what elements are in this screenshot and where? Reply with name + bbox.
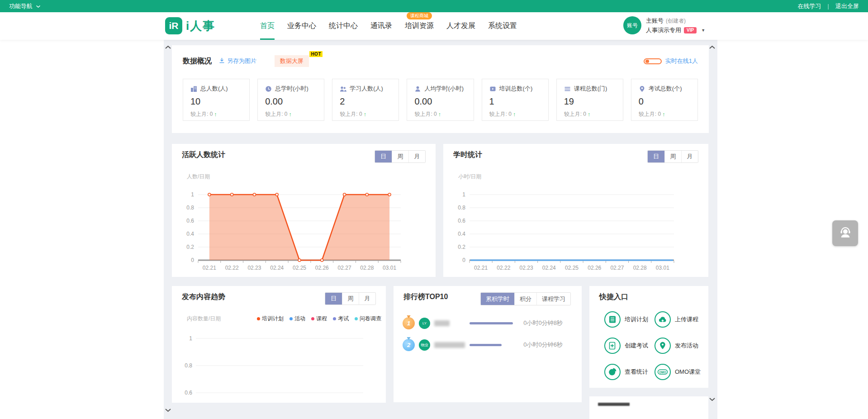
stat-value: 19 [564,96,616,107]
stat-label: 总学时(小时) [275,85,308,93]
quick-entry-label: 上传课程 [675,315,698,324]
ranking-row: 2物业0小时0分钟6秒 [403,334,575,356]
svg-text:0.4: 0.4 [186,231,194,237]
medal-rank-2-icon: 2 [403,339,415,351]
nav-item-label: 人才发展 [446,21,475,31]
stat-label: 人均学时(小时) [424,85,464,93]
scroll-down-indicator-left[interactable] [165,408,171,412]
study-hours-chart-panel: 学时统计 日周月 小时/日期 00.20.40.60.8102.2102.220… [443,144,708,277]
svg-text:1: 1 [189,335,192,342]
stat-card: 培训总数(个)1较上月: 0↑ [482,79,549,121]
stat-card-header: 人均学时(小时) [414,85,466,93]
active-users-chart: 00.20.40.60.8102.2102.2202.2302.2402.250… [172,144,436,277]
exit-fullscreen-link[interactable]: 退出全屏 [835,2,859,10]
stat-compare: 较上月: 0↑ [414,110,466,118]
quick-entry-上传课程[interactable]: 上传课程 [655,311,705,328]
quick-entry-创建考试[interactable]: 创建考试 [604,338,655,354]
scroll-down-indicator-right[interactable] [709,397,716,401]
realtime-online-label: 实时在线1人 [665,57,698,65]
stat-label: 课程总数(门) [574,85,607,93]
stat-cards: 总人数(人)10较上月: 0↑总学时(小时)0.00较上月: 0↑学习人数(人)… [183,79,698,121]
function-nav-menu[interactable]: 功能导航 [9,2,41,10]
member-avatar: LY [419,318,430,329]
content-trend-chart: 10.80.6 [172,286,386,403]
svg-text:0.8: 0.8 [186,205,194,211]
list-icon [564,86,571,92]
account-org: 人事演示专用 [646,26,681,34]
nav-item-业务中心[interactable]: 业务中心 [287,12,316,40]
svg-text:0.6: 0.6 [185,390,192,396]
duration-value: 0小时0分钟6秒 [523,341,575,349]
duration-bar-track [470,322,519,324]
quick-entry-培训计划[interactable]: 培训计划 [604,311,655,328]
quick-entry-发布活动[interactable]: 发布活动 [655,338,705,354]
svg-text:1: 1 [191,191,194,198]
compare-label: 较上月: 0 [564,110,586,118]
pin-icon [639,86,645,92]
nav-item-label: 培训资源 [405,21,434,31]
vip-badge: VIP [684,27,697,33]
download-icon [219,57,225,65]
stat-value: 10 [190,96,242,107]
nav-item-统计中心[interactable]: 统计中心 [329,12,358,40]
ranking-tab-课程学习[interactable]: 课程学习 [536,293,570,305]
stat-compare: 较上月: 0↑ [265,110,317,118]
active-users-chart-panel: 活跃人数统计 日周月 人数/日期 00.20.40.60.8102.2102.2… [172,144,436,277]
account-menu[interactable]: 账号 主账号(创建者) 人事演示专用 VIP ▼ [623,16,705,34]
duration-bar-track [470,344,519,346]
quick-entry-OMO课堂[interactable]: OMOOMO课堂 [655,364,705,380]
duration-value: 0小时0分钟8秒 [523,319,575,327]
online-meter-icon [644,58,662,64]
main-nav: 首页业务中心统计中心通讯录培训资源课程商城人才发展系统设置 [260,12,517,40]
member-name-blurred [434,320,465,326]
app-logo[interactable]: iR i人事 [165,17,215,34]
save-as-image-link[interactable]: 另存为图片 [219,57,256,65]
nav-item-首页[interactable]: 首页 [260,12,275,40]
up-arrow-icon: ↑ [588,111,590,118]
nav-item-label: 通讯录 [370,21,392,31]
function-nav-label: 功能导航 [9,2,33,10]
nav-item-系统设置[interactable]: 系统设置 [488,12,517,40]
online-learning-link[interactable]: 在线学习 [798,2,821,10]
overview-title: 数据概况 [183,57,212,66]
realtime-online[interactable]: 实时在线1人 [644,57,698,65]
stat-card: 总人数(人)10较上月: 0↑ [183,79,250,121]
account-role: (创建者) [666,18,686,24]
quick-entry-grid: 培训计划上传课程创建考试发布活动查看统计OMOOMO课堂 [604,311,705,380]
quick-entry-label: OMO课堂 [675,368,701,376]
svg-text:02.28: 02.28 [633,265,647,271]
quick-entry-panel: 快捷入口 培训计划上传课程创建考试发布活动查看统计OMOOMO课堂 [589,286,708,388]
scroll-up-indicator-right[interactable] [709,45,716,49]
nav-item-通讯录[interactable]: 通讯录 [370,12,392,40]
stat-card: 课程总数(门)19较上月: 0↑ [556,79,623,121]
top-green-bar: 功能导航 在线学习 | 退出全屏 [0,0,868,12]
data-screen-link[interactable]: 数据大屏 HOT [275,55,309,67]
svg-text:02.27: 02.27 [610,265,624,271]
compare-label: 较上月: 0 [340,110,362,118]
up-arrow-icon: ↑ [364,111,366,118]
ranking-tab-积分[interactable]: 积分 [514,293,536,305]
svg-text:0.8: 0.8 [185,362,192,369]
nav-item-培训资源[interactable]: 培训资源课程商城 [405,12,434,40]
compare-label: 较上月: 0 [489,110,512,118]
svg-text:0: 0 [191,257,194,263]
stat-card-header: 总学时(小时) [265,85,317,93]
svg-text:02.28: 02.28 [360,265,374,271]
stat-compare: 较上月: 0↑ [340,110,391,118]
omo-class-icon: OMO [655,364,671,380]
stat-value: 0.00 [265,96,317,107]
course-mall-badge[interactable]: 课程商城 [407,12,432,19]
stat-value: 0 [639,96,690,107]
study-hours-chart: 00.20.40.60.8102.2102.2202.2302.2402.250… [443,144,708,277]
blurred-text [434,320,450,326]
compare-label: 较上月: 0 [639,110,661,118]
quick-entry-查看统计[interactable]: 查看统计 [604,364,655,380]
stat-label: 考试总数(个) [649,85,682,93]
stat-value: 2 [340,96,391,107]
stat-card-header: 考试总数(个) [639,85,690,93]
member-avatar: 物业 [419,339,430,351]
customer-service-button[interactable] [832,220,858,246]
ranking-tab-累积学时[interactable]: 累积学时 [481,293,514,305]
scroll-up-indicator-left[interactable] [165,45,171,49]
nav-item-人才发展[interactable]: 人才发展 [446,12,475,40]
